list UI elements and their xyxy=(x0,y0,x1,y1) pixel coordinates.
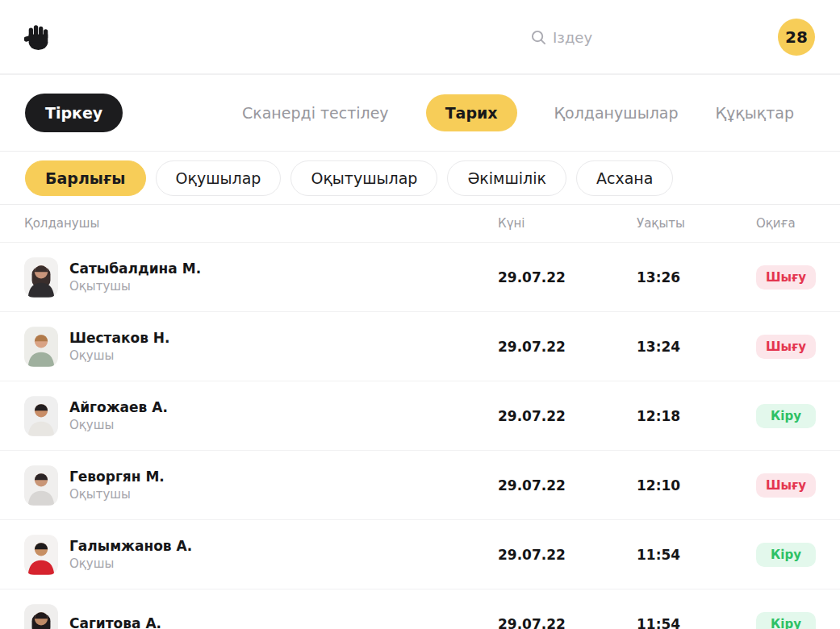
event-badge: Кіру xyxy=(756,543,816,567)
user-role: Оқушы xyxy=(69,556,192,572)
table-header: Қолданушы Күні Уақыты Оқиға xyxy=(0,205,840,243)
user-role: Оқушы xyxy=(69,348,170,364)
hand-logo-icon[interactable] xyxy=(24,22,50,52)
event-badge: Кіру xyxy=(756,404,816,428)
nav-item-rights[interactable]: Құқықтар xyxy=(716,104,794,122)
nav-item-users[interactable]: Қолданушылар xyxy=(554,104,679,122)
table-row[interactable]: Сатыбалдина М. Оқытушы 29.07.22 13:26 Шы… xyxy=(0,243,840,312)
col-header-date: Күні xyxy=(498,216,637,231)
user-name: Сагитова А. xyxy=(69,614,161,629)
event-badge: Шығу xyxy=(756,265,816,290)
user-name: Галымжанов А. xyxy=(69,537,192,556)
table-row[interactable]: Айгожаев А. Оқушы 29.07.22 12:18 Кіру xyxy=(0,381,840,451)
filter-chip-all[interactable]: Барлығы xyxy=(25,160,146,196)
user-avatar xyxy=(24,535,58,575)
user-cell: Галымжанов А. Оқушы xyxy=(24,535,498,575)
user-text: Геворгян М. Оқытушы xyxy=(69,468,165,502)
user-cell: Айгожаев А. Оқушы xyxy=(24,396,498,436)
filter-chip-admin[interactable]: Әкімшілік xyxy=(447,160,566,196)
user-text: Галымжанов А. Оқушы xyxy=(69,537,192,572)
user-avatar xyxy=(24,257,58,298)
search-input[interactable] xyxy=(553,29,674,46)
filter-chip-canteen[interactable]: Асхана xyxy=(576,160,673,196)
app-page: 28 Тіркеу Сканерді тестілеу Тарих Қолдан… xyxy=(0,0,840,629)
user-avatar xyxy=(24,396,58,436)
table-row[interactable]: Шестаков Н. Оқушы 29.07.22 13:24 Шығу xyxy=(0,312,840,381)
user-text: Шестаков Н. Оқушы xyxy=(69,329,170,364)
date-cell: 29.07.22 xyxy=(498,269,637,285)
col-header-time: Уақыты xyxy=(637,216,756,231)
user-name: Сатыбалдина М. xyxy=(69,260,201,278)
event-badge: Шығу xyxy=(756,335,816,359)
date-cell: 29.07.22 xyxy=(498,477,637,494)
user-cell: Шестаков Н. Оқушы xyxy=(24,327,498,367)
table-row[interactable]: Сагитова А. 29.07.22 11:54 Кіру xyxy=(0,589,840,629)
table-row[interactable]: Геворгян М. Оқытушы 29.07.22 12:10 Шығу xyxy=(0,451,840,520)
filter-chip-students[interactable]: Оқушылар xyxy=(156,160,282,196)
user-avatar xyxy=(24,604,58,629)
user-role: Оқушы xyxy=(69,417,168,433)
time-cell: 12:10 xyxy=(637,477,756,494)
table-row[interactable]: Галымжанов А. Оқушы 29.07.22 11:54 Кіру xyxy=(0,520,840,589)
user-cell: Сатыбалдина М. Оқытушы xyxy=(24,257,498,298)
time-cell: 11:54 xyxy=(637,616,756,629)
nav-item-history[interactable]: Тарих xyxy=(426,94,517,131)
time-cell: 11:54 xyxy=(637,547,756,563)
user-cell: Геворгян М. Оқытушы xyxy=(24,465,498,506)
filter-chip-teachers[interactable]: Оқытушылар xyxy=(290,160,437,196)
user-role: Оқытушы xyxy=(69,486,165,502)
user-cell: Сагитова А. xyxy=(24,604,498,629)
nav-row: Тіркеу Сканерді тестілеу Тарих Қолданушы… xyxy=(0,75,840,152)
time-cell: 13:24 xyxy=(637,339,756,355)
user-text: Сагитова А. xyxy=(69,614,161,629)
user-role: Оқытушы xyxy=(69,278,201,294)
date-cell: 29.07.22 xyxy=(498,547,637,563)
date-cell: 29.07.22 xyxy=(498,339,637,355)
user-name: Айгожаев А. xyxy=(69,398,168,417)
user-name: Шестаков Н. xyxy=(69,329,170,348)
notification-count-badge[interactable]: 28 xyxy=(778,19,815,56)
time-cell: 12:18 xyxy=(637,408,756,424)
user-text: Сатыбалдина М. Оқытушы xyxy=(69,260,201,294)
search-bar xyxy=(531,0,674,75)
event-badge: Шығу xyxy=(756,473,816,498)
event-badge: Кіру xyxy=(756,612,816,629)
col-header-user: Қолданушы xyxy=(24,216,498,231)
col-header-event: Оқиға xyxy=(756,216,816,231)
search-icon xyxy=(531,30,546,45)
user-name: Геворгян М. xyxy=(69,468,165,486)
date-cell: 29.07.22 xyxy=(498,408,637,424)
nav-item-scanner-test[interactable]: Сканерді тестілеу xyxy=(242,104,389,122)
register-button[interactable]: Тіркеу xyxy=(25,94,123,132)
date-cell: 29.07.22 xyxy=(498,616,637,629)
top-header: 28 xyxy=(0,0,840,75)
time-cell: 13:26 xyxy=(637,269,756,285)
user-text: Айгожаев А. Оқушы xyxy=(69,398,168,433)
user-avatar xyxy=(24,327,58,367)
filter-chips: Барлығы Оқушылар Оқытушылар Әкімшілік Ас… xyxy=(0,152,840,205)
user-avatar xyxy=(24,465,58,506)
nav-links: Сканерді тестілеу Тарих Қолданушылар Құқ… xyxy=(242,94,794,131)
